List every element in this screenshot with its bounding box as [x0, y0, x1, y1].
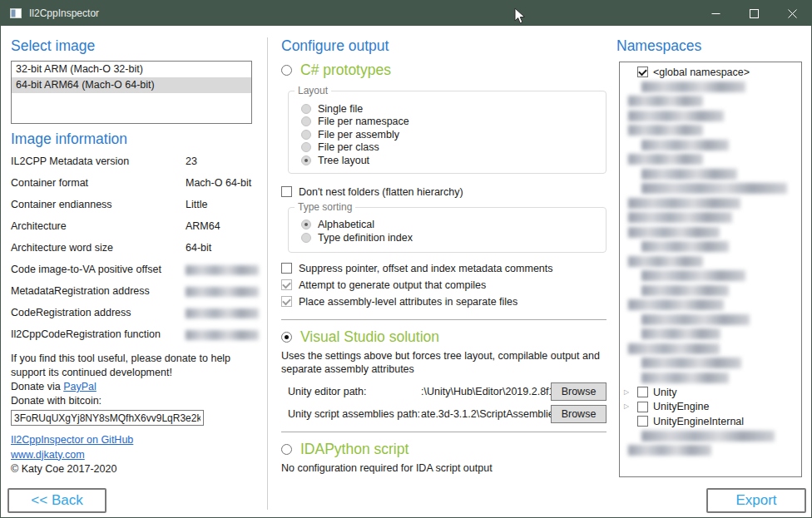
namespaces-list[interactable]: <global namespace>▷Unity▷UnityEngineUnit…: [619, 62, 802, 477]
namespace-row[interactable]: [620, 196, 801, 211]
output-option-checkbox-row[interactable]: Attempt to generate output that compiles: [281, 277, 607, 294]
namespaces-panel: Namespaces <global namespace>▷Unity▷Unit…: [616, 26, 808, 477]
expander-icon[interactable]: ▷: [624, 387, 634, 397]
type-sorting-option-radio[interactable]: [301, 220, 311, 229]
namespace-row[interactable]: [620, 356, 801, 371]
bitcoin-address-input[interactable]: [11, 410, 204, 426]
namespace-row[interactable]: [620, 239, 801, 254]
layout-option-row[interactable]: File per class: [301, 141, 606, 155]
namespace-row[interactable]: [620, 284, 801, 298]
info-value: 64-bit: [186, 242, 211, 254]
layout-option-radio[interactable]: [301, 130, 311, 140]
redacted-namespace: [641, 431, 775, 442]
unity-editor-browse-button[interactable]: Browse: [551, 382, 607, 401]
image-list-item[interactable]: 64-bit ARM64 (Mach-O 64-bit): [12, 77, 251, 93]
namespace-row[interactable]: <global namespace>: [620, 65, 801, 80]
namespace-row[interactable]: [620, 313, 801, 328]
back-button[interactable]: << Back: [7, 488, 106, 513]
namespace-row[interactable]: [620, 443, 801, 458]
namespace-row[interactable]: [620, 327, 801, 342]
layout-option-label: File per namespace: [318, 116, 409, 127]
namespace-row[interactable]: [620, 371, 801, 386]
layout-option-radio[interactable]: [301, 116, 311, 126]
redacted-namespace: [628, 96, 703, 106]
close-button[interactable]: [773, 1, 811, 26]
type-sorting-option-row[interactable]: Type definition index: [301, 231, 606, 244]
paypal-link[interactable]: PayPal: [63, 381, 97, 392]
output-option-checkbox-row[interactable]: Place assembly-level attributes in separ…: [281, 294, 607, 310]
idapython-radio-row[interactable]: IDAPython script: [281, 440, 607, 460]
visual-studio-label: Visual Studio solution: [300, 328, 439, 346]
namespace-row[interactable]: [620, 94, 801, 109]
csharp-prototypes-radio-row[interactable]: C# prototypes: [281, 60, 607, 80]
expander-icon[interactable]: ▷: [624, 402, 634, 412]
visual-studio-radio[interactable]: [281, 332, 292, 343]
layout-option-row[interactable]: Tree layout: [301, 154, 606, 167]
info-row: Container endiannessLittle: [11, 196, 260, 218]
namespace-checkbox[interactable]: [637, 402, 648, 412]
info-row: MetadataRegistration address: [11, 283, 260, 304]
namespace-label: UnityEngineInternal: [653, 416, 744, 427]
info-label: Il2CppCodeRegistration function: [11, 328, 161, 340]
info-label: CodeRegistration address: [11, 307, 131, 318]
namespace-row[interactable]: [620, 298, 801, 313]
layout-option-row[interactable]: File per assembly: [301, 128, 606, 141]
namespace-row[interactable]: ▷UnityEngine: [620, 400, 801, 415]
namespace-row[interactable]: ▷Unity: [620, 385, 801, 400]
unity-editor-path-value[interactable]: :\Unity\Hub\Editor\2019.2.8f1: [421, 386, 551, 397]
github-link[interactable]: Il2CppInspector on GitHub: [11, 434, 133, 446]
maximize-button[interactable]: [735, 1, 773, 26]
namespace-row[interactable]: [620, 429, 801, 444]
namespace-row[interactable]: [620, 181, 801, 196]
namespace-checkbox[interactable]: [637, 387, 648, 397]
donate-via-line: Donate via PayPal: [11, 380, 260, 394]
namespace-row[interactable]: [620, 138, 801, 153]
type-sorting-option-radio[interactable]: [301, 233, 311, 243]
layout-option-row[interactable]: Single file: [301, 102, 606, 116]
output-option-checkbox[interactable]: [281, 279, 292, 290]
namespace-checkbox[interactable]: [637, 67, 648, 77]
configure-output-heading: Configure output: [281, 37, 607, 55]
minimize-button[interactable]: [696, 1, 735, 26]
redacted-namespace: [628, 256, 703, 267]
app-icon: [9, 7, 22, 20]
namespace-row[interactable]: [620, 80, 801, 95]
namespace-row[interactable]: UnityEngineInternal: [620, 414, 801, 429]
info-row: Il2CppCodeRegistration function: [11, 326, 260, 348]
unity-script-assemblies-path-value[interactable]: ate.3d-3.1.2\ScriptAssemblies: [421, 408, 551, 420]
redacted-namespace: [628, 343, 720, 354]
type-sorting-option-row[interactable]: Alphabetical: [301, 219, 606, 232]
output-option-checkbox-row[interactable]: Suppress pointer, offset and index metad…: [281, 260, 607, 277]
namespace-row[interactable]: [620, 123, 801, 138]
layout-option-radio[interactable]: [301, 142, 311, 152]
unity-script-assemblies-browse-button[interactable]: Browse: [551, 405, 607, 423]
layout-option-radio[interactable]: [301, 104, 311, 114]
layout-option-radio[interactable]: [301, 155, 311, 165]
csharp-prototypes-radio[interactable]: [281, 65, 292, 76]
dont-nest-checkbox-row[interactable]: Don't nest folders (flatten hierarchy): [281, 185, 607, 200]
namespace-row[interactable]: [620, 269, 801, 284]
layout-option-row[interactable]: File per namespace: [301, 116, 606, 129]
output-option-label: Place assembly-level attributes in separ…: [299, 296, 517, 308]
output-option-checkbox[interactable]: [281, 263, 292, 274]
website-link[interactable]: www.djkaty.com: [11, 449, 85, 461]
export-button[interactable]: Export: [706, 488, 806, 513]
dont-nest-checkbox[interactable]: [281, 186, 292, 197]
redacted-namespace: [641, 358, 741, 368]
visual-studio-radio-row[interactable]: Visual Studio solution: [281, 328, 607, 348]
namespace-row[interactable]: [620, 152, 801, 167]
image-list-item[interactable]: 32-bit ARM (Mach-O 32-bit): [12, 62, 251, 77]
namespace-row[interactable]: [620, 342, 801, 357]
namespace-row[interactable]: [620, 167, 801, 182]
idapython-radio[interactable]: [281, 444, 292, 455]
namespace-row[interactable]: [620, 225, 801, 240]
namespace-row[interactable]: [620, 210, 801, 225]
output-option-checkbox[interactable]: [281, 296, 292, 307]
namespace-row[interactable]: [620, 254, 801, 269]
info-value: ARM64: [186, 220, 220, 232]
close-icon: [788, 9, 797, 18]
donate-text: If you find this tool useful, please don…: [11, 352, 260, 380]
namespace-checkbox[interactable]: [637, 416, 648, 427]
namespace-row[interactable]: [620, 109, 801, 124]
image-list[interactable]: 32-bit ARM (Mach-O 32-bit)64-bit ARM64 (…: [11, 61, 252, 124]
